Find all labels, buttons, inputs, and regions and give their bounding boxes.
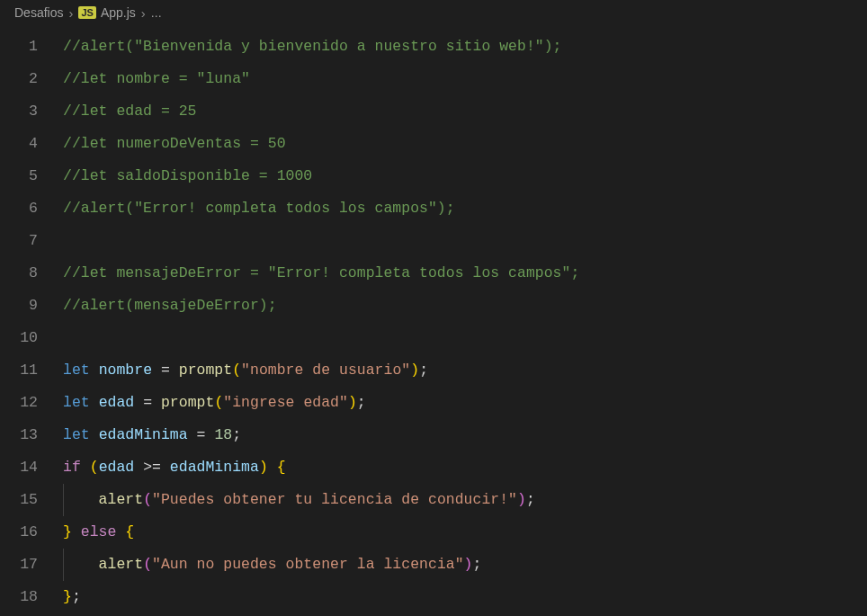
- line-number: 2: [0, 63, 38, 95]
- code-line[interactable]: alert("Puedes obtener tu licencia de con…: [63, 484, 867, 516]
- line-number: 4: [0, 128, 38, 160]
- code-line[interactable]: [63, 322, 867, 354]
- line-number: 5: [0, 160, 38, 192]
- line-number: 17: [0, 549, 38, 581]
- code-area[interactable]: //alert("Bienvenida y bienvenido a nuest…: [63, 31, 867, 613]
- line-number: 11: [0, 354, 38, 387]
- line-number: 15: [0, 484, 38, 516]
- line-number: 13: [0, 419, 38, 451]
- code-editor[interactable]: 123456789101112131415161718 //alert("Bie…: [0, 25, 867, 613]
- code-line[interactable]: };: [63, 581, 867, 613]
- code-line[interactable]: let edad = prompt("ingrese edad");: [63, 387, 867, 419]
- code-line[interactable]: //let nombre = "luna": [63, 63, 867, 95]
- line-number: 7: [0, 225, 38, 257]
- code-line[interactable]: //alert(mensajeDeError);: [63, 290, 867, 322]
- code-line[interactable]: //alert("Error! completa todos los campo…: [63, 192, 867, 225]
- line-number: 12: [0, 387, 38, 419]
- line-number: 16: [0, 516, 38, 549]
- code-line[interactable]: if (edad >= edadMinima) {: [63, 451, 867, 484]
- line-number: 8: [0, 257, 38, 290]
- line-number: 9: [0, 290, 38, 322]
- line-number: 10: [0, 322, 38, 354]
- line-number: 18: [0, 581, 38, 613]
- breadcrumb-file[interactable]: App.js: [101, 5, 136, 20]
- breadcrumb-folder[interactable]: Desafios: [14, 5, 63, 20]
- chevron-right-icon: ›: [68, 5, 73, 21]
- code-line[interactable]: [63, 225, 867, 257]
- chevron-right-icon: ›: [141, 5, 146, 21]
- code-line[interactable]: alert("Aun no puedes obtener la licencia…: [63, 549, 867, 581]
- js-file-icon: JS: [78, 6, 95, 19]
- code-line[interactable]: } else {: [63, 516, 867, 549]
- line-number: 6: [0, 192, 38, 225]
- breadcrumb: Desafios › JS App.js › ...: [0, 0, 867, 25]
- line-number: 14: [0, 451, 38, 484]
- line-number-gutter: 123456789101112131415161718: [0, 31, 63, 613]
- code-line[interactable]: //let saldoDisponible = 1000: [63, 160, 867, 192]
- line-number: 1: [0, 31, 38, 63]
- code-line[interactable]: //alert("Bienvenida y bienvenido a nuest…: [63, 31, 867, 63]
- code-line[interactable]: let nombre = prompt("nombre de usuario")…: [63, 354, 867, 387]
- line-number: 3: [0, 95, 38, 128]
- breadcrumb-symbol[interactable]: ...: [151, 5, 162, 20]
- code-line[interactable]: let edadMinima = 18;: [63, 419, 867, 451]
- code-line[interactable]: //let numeroDeVentas = 50: [63, 128, 867, 160]
- code-line[interactable]: //let mensajeDeError = "Error! completa …: [63, 257, 867, 290]
- code-line[interactable]: //let edad = 25: [63, 95, 867, 128]
